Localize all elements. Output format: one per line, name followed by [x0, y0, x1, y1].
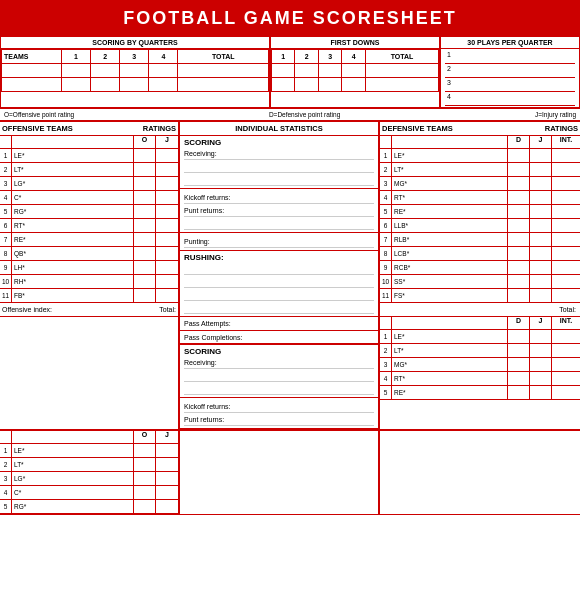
- def-player-7: 7RLB*: [380, 233, 580, 247]
- off-player-6: 6RT*: [0, 219, 178, 233]
- def-player-8: 8LCB*: [380, 247, 580, 261]
- pass-attempts-label: Pass Attempts:: [184, 320, 231, 327]
- kickoff-area2: Kickoff returns: Punt returns:: [180, 398, 378, 429]
- receiving-label: Receiving:: [184, 147, 374, 160]
- def-player-1: 1LE*: [380, 149, 580, 163]
- def-col-j-header: J: [530, 136, 552, 148]
- offensive-total-label: Total:: [159, 306, 176, 313]
- offensive-index-label: Offensive index:: [2, 306, 52, 313]
- scoring-area2-title: SCORING: [184, 347, 374, 356]
- team-row-1: [2, 64, 62, 78]
- col-3: 3: [120, 50, 149, 64]
- scoring-by-quarters: SCORING BY QUARTERS TEAMS 1 2 3 4 TOTAL: [1, 37, 271, 107]
- off-col-j-header: J: [156, 136, 178, 148]
- defensive-rating-note: D=Defensive point rating: [269, 111, 340, 118]
- off-player-1: 1LE*: [0, 149, 178, 163]
- off-player-8: 8QB*: [0, 247, 178, 261]
- rushing-blank2: [184, 275, 374, 288]
- rushing-blank4: [184, 301, 374, 314]
- scoring-section: SCORING BY QUARTERS TEAMS 1 2 3 4 TOTAL …: [0, 37, 580, 108]
- def-player-2: 2LT*: [380, 163, 580, 177]
- first-downs: FIRST DOWNS 1 2 3 4 TOTAL: [271, 37, 441, 107]
- scoring-table: TEAMS 1 2 3 4 TOTAL: [1, 49, 269, 92]
- defensive-ratings-label: RATINGS: [545, 124, 578, 133]
- def-col-d-header: D: [508, 136, 530, 148]
- def-player-3b: 3MG*: [380, 358, 580, 372]
- first-downs-label: FIRST DOWNS: [271, 37, 439, 49]
- offensive-index-row: Offensive index: Total:: [0, 303, 178, 317]
- off-col-o-header: O: [134, 136, 156, 148]
- off-player-1b: 1LE*: [0, 444, 178, 458]
- col-2: 2: [91, 50, 120, 64]
- receiving-blank2: [184, 173, 374, 186]
- main-stats-row2: O J 1LE* 2LT* 3LG* 4C* 5RG*: [0, 431, 580, 515]
- def-player-4: 4RT*: [380, 191, 580, 205]
- plays-per-quarter: 30 PLAYS PER QUARTER 1 2 3 4: [441, 37, 579, 107]
- off-player-3: 3LG*: [0, 177, 178, 191]
- receiving-label2: Receiving:: [184, 356, 374, 369]
- def-player-5: 5RE*: [380, 205, 580, 219]
- defensive-teams-panel: DEFENSIVE TEAMS RATINGS D J INT. 1LE* 2L…: [380, 122, 580, 429]
- scoring-quarters-label: SCORING BY QUARTERS: [1, 37, 269, 49]
- def-player-11: 11FS*: [380, 289, 580, 303]
- def-player-5b: 5RE*: [380, 386, 580, 400]
- def-player-1b: 1LE*: [380, 330, 580, 344]
- def-player-9: 9RCB*: [380, 261, 580, 275]
- header: FOOTBALL GAME SCORESHEET: [0, 0, 580, 37]
- plays-list: 1 2 3 4: [441, 49, 579, 107]
- play-4: 4: [445, 92, 575, 106]
- col-4: 4: [149, 50, 178, 64]
- offensive-rating-note: O=Offensive point rating: [4, 111, 74, 118]
- scoring-area-title: SCORING: [184, 138, 374, 147]
- def-player-4b: 4RT*: [380, 372, 580, 386]
- rushing-title: RUSHING:: [184, 253, 374, 262]
- punt-label: Punt returns:: [184, 204, 374, 217]
- offensive-teams-panel2: O J 1LE* 2LT* 3LG* 4C* 5RG*: [0, 431, 180, 514]
- individual-stats-header: INDIVIDUAL STATISTICS: [180, 122, 378, 136]
- off-player-11: 11FB*: [0, 289, 178, 303]
- off-player-5: 5RG*: [0, 205, 178, 219]
- defensive-panel-header: DEFENSIVE TEAMS RATINGS: [380, 122, 580, 136]
- col-1: 1: [62, 50, 91, 64]
- individual-stats-title: INDIVIDUAL STATISTICS: [235, 124, 323, 133]
- def-player-3: 3MG*: [380, 177, 580, 191]
- punting-label: Punting:: [184, 235, 374, 248]
- main-stats-row1: OFFENSIVE TEAMS RATINGS O J 1LE* 2LT* 3L…: [0, 122, 580, 431]
- offensive-teams-panel: OFFENSIVE TEAMS RATINGS O J 1LE* 2LT* 3L…: [0, 122, 180, 429]
- injury-rating-note: J=Injury rating: [535, 111, 576, 118]
- receiving-blank3: [184, 369, 374, 382]
- team-row-2: [2, 78, 62, 92]
- play-1: 1: [445, 50, 575, 64]
- scoring-area: SCORING Receiving:: [180, 136, 378, 189]
- defensive-title: DEFENSIVE TEAMS: [382, 124, 453, 133]
- pass-completions-row: Pass Completions:: [180, 331, 378, 345]
- pass-attempts-row: Pass Attempts:: [180, 317, 378, 331]
- play-2: 2: [445, 64, 575, 78]
- rushing-area: RUSHING:: [180, 251, 378, 317]
- offensive-ratings-label: RATINGS: [143, 124, 176, 133]
- page-title: FOOTBALL GAME SCORESHEET: [123, 8, 457, 28]
- individual-stats-panel: INDIVIDUAL STATISTICS SCORING Receiving:…: [180, 122, 380, 429]
- off-player-5b: 5RG*: [0, 500, 178, 514]
- punt-label2: Punt returns:: [184, 413, 374, 426]
- rushing-blank1: [184, 262, 374, 275]
- center-panel-spacer: [180, 431, 380, 514]
- pass-completions-label: Pass Completions:: [184, 334, 242, 341]
- col-total: TOTAL: [178, 50, 269, 64]
- off-player-4: 4C*: [0, 191, 178, 205]
- play-3: 3: [445, 78, 575, 92]
- offensive-panel-header: OFFENSIVE TEAMS RATINGS: [0, 122, 178, 136]
- def-player-10: 10SS*: [380, 275, 580, 289]
- kickoff-area: Kickoff returns: Punt returns:: [180, 189, 378, 233]
- off-player-10: 10RH*: [0, 275, 178, 289]
- plays-label: 30 PLAYS PER QUARTER: [441, 37, 579, 49]
- defensive-total-label: Total:: [559, 306, 576, 313]
- off-col-o-header2: O: [134, 431, 156, 443]
- right-panel-spacer: [380, 431, 580, 514]
- off-col-j-header2: J: [156, 431, 178, 443]
- punt-blank: [184, 217, 374, 230]
- def-col-d-header2: D: [508, 317, 530, 329]
- col-teams: TEAMS: [2, 50, 62, 64]
- off-player-4b: 4C*: [0, 486, 178, 500]
- offensive-title: OFFENSIVE TEAMS: [2, 124, 73, 133]
